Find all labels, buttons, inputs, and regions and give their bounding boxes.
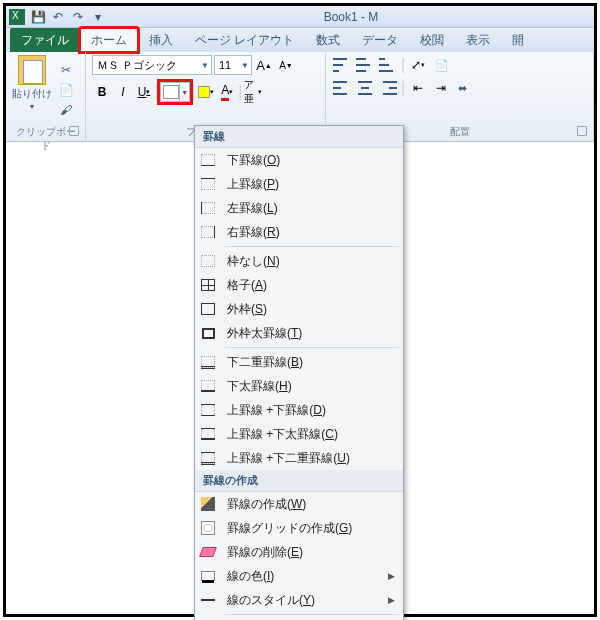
align-middle-button[interactable] — [355, 55, 375, 75]
line-style-icon — [201, 599, 215, 601]
borders-split-button[interactable]: ▼ — [160, 82, 190, 102]
qat-undo-button[interactable]: ↶ — [48, 8, 68, 26]
paste-label: 貼り付け — [12, 87, 52, 101]
merge-center-button[interactable]: ⬌ — [454, 80, 471, 97]
qat-customize-button[interactable]: ▾ — [88, 8, 108, 26]
menu-line-style[interactable]: 線のスタイル(Y)▶ — [195, 588, 403, 612]
window-title: Book1 - M — [108, 10, 594, 24]
submenu-arrow-icon: ▶ — [388, 595, 395, 605]
menu-top-and-thick-bottom-border[interactable]: 上罫線 +下太罫線(C) — [195, 422, 403, 446]
tab-data[interactable]: データ — [351, 28, 409, 52]
menu-all-borders[interactable]: 格子(A) — [195, 273, 403, 297]
tab-formulas[interactable]: 数式 — [305, 28, 351, 52]
align-top-button[interactable] — [332, 55, 352, 75]
group-clipboard: 貼り付け ▼ ✂ 📄 🖌 クリップボード — [6, 52, 86, 141]
menu-left-border[interactable]: 左罫線(L) — [195, 196, 403, 220]
qat-redo-button[interactable]: ↷ — [68, 8, 88, 26]
align-right-button[interactable] — [378, 78, 398, 98]
tab-view[interactable]: 表示 — [455, 28, 501, 52]
group-clipboard-label: クリップボード — [12, 125, 79, 139]
menu-draw-border[interactable]: 罫線の作成(W) — [195, 492, 403, 516]
menu-top-and-bottom-border[interactable]: 上罫線 +下罫線(D) — [195, 398, 403, 422]
format-painter-button[interactable]: 🖌 — [56, 101, 76, 119]
tab-page-layout[interactable]: ページ レイアウト — [184, 28, 305, 52]
underline-button[interactable]: U▾ — [134, 82, 154, 102]
menu-no-border[interactable]: 枠なし(N) — [195, 249, 403, 273]
menu-bottom-double-border[interactable]: 下二重罫線(B) — [195, 350, 403, 374]
menu-header-draw: 罫線の作成 — [195, 470, 403, 492]
font-name-combo[interactable]: ＭＳ Ｐゴシック▼ — [92, 55, 212, 75]
pencil-icon — [201, 497, 215, 511]
menu-right-border[interactable]: 右罫線(R) — [195, 220, 403, 244]
wrap-text-button[interactable]: 📄 — [431, 57, 453, 74]
increase-indent-button[interactable]: ⇥ — [431, 78, 451, 98]
menu-header-borders: 罫線 — [195, 126, 403, 148]
menu-erase-border[interactable]: 罫線の削除(E) — [195, 540, 403, 564]
align-left-button[interactable] — [332, 78, 352, 98]
bucket-icon — [198, 86, 210, 98]
font-size-combo[interactable]: 11▼ — [214, 55, 252, 75]
ribbon-tabs: ファイル ホーム 挿入 ページ レイアウト 数式 データ 校閲 表示 開 — [6, 28, 594, 52]
qat-save-button[interactable]: 💾 — [28, 8, 48, 26]
align-center-button[interactable] — [355, 78, 375, 98]
pen-color-icon — [201, 571, 215, 581]
tab-file[interactable]: ファイル — [10, 28, 80, 52]
alignment-dialog-launcher[interactable] — [577, 126, 587, 136]
cut-button[interactable]: ✂ — [56, 61, 76, 79]
menu-bottom-border[interactable]: 下罫線(O) — [195, 148, 403, 172]
tab-developer[interactable]: 開 — [501, 28, 535, 52]
tab-home[interactable]: ホーム — [80, 28, 138, 52]
decrease-indent-button[interactable]: ⇤ — [408, 78, 428, 98]
menu-outside-borders[interactable]: 外枠(S) — [195, 297, 403, 321]
align-bottom-button[interactable] — [378, 55, 398, 75]
tab-review[interactable]: 校閲 — [409, 28, 455, 52]
submenu-arrow-icon: ▶ — [388, 571, 395, 581]
paste-button[interactable]: 貼り付け ▼ — [12, 55, 52, 125]
grow-font-button[interactable]: A▲ — [254, 55, 274, 75]
excel-icon — [9, 9, 25, 25]
menu-line-color[interactable]: 線の色(I)▶ — [195, 564, 403, 588]
borders-icon — [163, 85, 179, 99]
title-bar: 💾 ↶ ↷ ▾ Book1 - M — [6, 6, 594, 28]
italic-button[interactable]: I — [113, 82, 133, 102]
tab-insert[interactable]: 挿入 — [138, 28, 184, 52]
borders-dropdown-arrow[interactable]: ▼ — [179, 83, 189, 101]
menu-thick-box-border[interactable]: 外枠太罫線(T) — [195, 321, 403, 345]
font-color-button[interactable]: A▾ — [217, 82, 237, 102]
paste-icon — [18, 55, 46, 85]
pencil-grid-icon — [201, 521, 215, 535]
menu-top-and-double-bottom-border[interactable]: 上罫線 +下二重罫線(U) — [195, 446, 403, 470]
borders-dropdown-menu: 罫線 下罫線(O) 上罫線(P) 左罫線(L) 右罫線(R) 枠なし(N) 格子… — [194, 125, 404, 620]
fill-color-button[interactable]: ▾ — [196, 82, 216, 102]
shrink-font-button[interactable]: A▼ — [276, 55, 296, 75]
menu-draw-border-grid[interactable]: 罫線グリッドの作成(G) — [195, 516, 403, 540]
orientation-button[interactable]: ⤢▾ — [408, 55, 428, 75]
phonetic-guide-button[interactable]: ア亜▾ — [243, 82, 263, 102]
eraser-icon — [199, 547, 217, 557]
copy-button[interactable]: 📄 — [56, 81, 76, 99]
clipboard-dialog-launcher[interactable] — [69, 126, 79, 136]
bold-button[interactable]: B — [92, 82, 112, 102]
menu-thick-bottom-border[interactable]: 下太罫線(H) — [195, 374, 403, 398]
menu-top-border[interactable]: 上罫線(P) — [195, 172, 403, 196]
